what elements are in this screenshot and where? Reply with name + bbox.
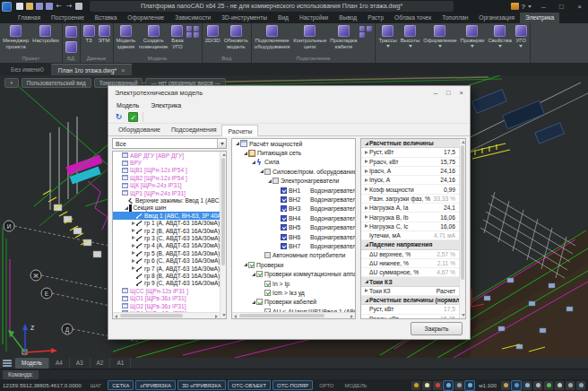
calc-tree-item[interactable]: Питающая сеть bbox=[232, 148, 355, 157]
expander-open-icon[interactable] bbox=[258, 168, 264, 175]
checkbox-blue-icon[interactable] bbox=[281, 196, 287, 203]
properties-button[interactable]: Свойства bbox=[486, 24, 513, 48]
building-model-button[interactable]: Модельздания bbox=[115, 24, 138, 50]
dialog-menu-item-0[interactable]: Модель bbox=[117, 102, 139, 109]
expander-closed-icon[interactable] bbox=[363, 149, 369, 156]
grips-icon[interactable] bbox=[411, 381, 420, 390]
calc-tree-item[interactable]: Icm > Iкз уд bbox=[232, 288, 355, 297]
result-section-header[interactable]: Падение напряжения bbox=[361, 240, 459, 249]
checkbox-blue-icon[interactable] bbox=[281, 187, 287, 194]
dialog-menu-item-1[interactable]: Электрика bbox=[151, 102, 181, 109]
print-icon[interactable] bbox=[75, 3, 82, 10]
checkbox-blue-icon[interactable] bbox=[281, 243, 287, 249]
expander-open-icon[interactable] bbox=[123, 204, 129, 212]
checkbox-blue-icon[interactable] bbox=[281, 215, 287, 222]
dialog-close-icon[interactable]: × bbox=[460, 87, 463, 100]
checkbox-gray-icon[interactable] bbox=[264, 252, 271, 258]
project-manager-button[interactable]: Менеджерпроекта bbox=[1, 24, 30, 50]
dialog-titlebar[interactable]: Электротехническая модель – □ × bbox=[108, 86, 470, 100]
equipment-tree-item[interactable]: гр 6 (С, АВДТ-63 16А/30мА) bbox=[113, 256, 220, 264]
chevron-down-icon[interactable] bbox=[217, 139, 226, 148]
save-icon[interactable] bbox=[36, 3, 43, 10]
equipment-tree-item[interactable]: гр 2 (В, АВДТ-63 16А/30мА) bbox=[113, 227, 220, 234]
expander-closed-icon[interactable] bbox=[130, 220, 136, 227]
open-icon[interactable] bbox=[26, 3, 33, 10]
cable-channel-icon[interactable] bbox=[367, 26, 372, 31]
close-dialog-button[interactable]: Закрыть bbox=[411, 322, 463, 335]
pan-icon[interactable] bbox=[501, 381, 510, 390]
ribbon-tab-13[interactable]: Электрика bbox=[520, 13, 559, 23]
equipment-tree-item[interactable]: Ввод 1 (АВС, ВН-63, 3Р 40А) bbox=[113, 212, 220, 219]
checkbox-gray-icon[interactable] bbox=[264, 169, 271, 175]
ribbon-tab-5[interactable]: 3D-инструменты bbox=[216, 13, 272, 23]
connect-equipment-button[interactable]: Подключениеоборудования bbox=[253, 24, 291, 50]
calc-tree-item[interactable]: ϟСила bbox=[232, 158, 355, 167]
cable-box-icon[interactable] bbox=[359, 32, 365, 38]
calc-tree-item[interactable]: Проверки коммутационных аппаратов bbox=[232, 269, 355, 278]
tz-document-button[interactable]: ТЗ bbox=[82, 24, 97, 45]
dialog-minimize-button[interactable]: – bbox=[434, 87, 437, 100]
equipment-tree-item[interactable]: Верхние зажимы: Ввод 1 (АВС, bbox=[113, 196, 220, 204]
result-section-header[interactable]: Расчетные величины bbox=[361, 139, 459, 148]
monitor-icon[interactable] bbox=[566, 381, 575, 390]
settings-button[interactable]: Настройки bbox=[30, 24, 60, 45]
ugo-button[interactable]: УГО bbox=[514, 24, 529, 48]
checkbox-blue-icon[interactable] bbox=[281, 205, 287, 212]
etm-document-button[interactable]: ЭТМ bbox=[97, 24, 112, 45]
orbit-icon[interactable] bbox=[533, 381, 542, 390]
ribbon-tab-6[interactable]: Вид bbox=[272, 13, 294, 23]
zoom-window-icon[interactable] bbox=[523, 381, 532, 390]
expander-closed-icon[interactable] bbox=[363, 204, 369, 212]
snap-marker-icon[interactable] bbox=[444, 381, 453, 390]
expander-open-icon[interactable] bbox=[250, 299, 256, 306]
update-model-button[interactable]: Обновитьмодель bbox=[222, 24, 250, 50]
selection-cycling-icon[interactable] bbox=[454, 381, 463, 390]
expander-closed-icon[interactable] bbox=[130, 249, 136, 256]
equipment-tree-item[interactable]: ЩР1 [ЩРн-24з IP31] bbox=[113, 189, 220, 196]
equipment-filter-select[interactable]: Все bbox=[112, 138, 227, 149]
checkbox-blue-icon[interactable] bbox=[281, 224, 287, 230]
sheets-icon[interactable] bbox=[555, 381, 564, 390]
equipment-tree-item[interactable]: гр 7 (А, АВДТ-63 16А/30мА) bbox=[113, 265, 220, 272]
create-room-button[interactable]: Создатьпомещение bbox=[137, 24, 169, 50]
undo-icon[interactable]: ← bbox=[56, 3, 63, 10]
calc-tree-item[interactable]: ВН7Водонагреватель bbox=[232, 241, 355, 250]
dialog-tab-0[interactable]: Оборудование bbox=[113, 124, 166, 135]
layout-tab-3[interactable]: А2 bbox=[91, 358, 111, 369]
room-icon[interactable] bbox=[186, 26, 192, 31]
ribbon-tab-11[interactable]: Топоплан bbox=[437, 13, 473, 23]
ribbon-tab-10[interactable]: Облака точек bbox=[389, 13, 437, 23]
status-toggle-2[interactable]: оПРИВЯЗКА bbox=[135, 380, 176, 390]
ribbon-tab-2[interactable]: Вставка bbox=[90, 13, 123, 23]
view-2d3d-button[interactable]: 2D/3D bbox=[203, 24, 222, 45]
equipment-tree-item[interactable]: гр 9 (С, АВДТ-63 16А/30мА) bbox=[113, 280, 220, 287]
refresh-model-icon[interactable]: ↻ bbox=[114, 112, 124, 122]
expander-open-icon[interactable] bbox=[242, 150, 248, 157]
viewbar-item-0[interactable]: Пользовательский вид bbox=[22, 78, 91, 88]
viewport-add-button[interactable]: + bbox=[4, 78, 19, 88]
ribbon-tab-4[interactable]: Зависимости bbox=[169, 13, 216, 23]
ribbon-tab-1[interactable]: Построение bbox=[46, 13, 90, 23]
cable-tray-icon[interactable] bbox=[359, 26, 365, 31]
annotation-button[interactable]: Оформление bbox=[421, 24, 458, 48]
equipment-tree-item[interactable]: гр 4 (А, АВДТ-63 16А/30мА) bbox=[113, 242, 220, 249]
navigation-icon[interactable] bbox=[544, 381, 553, 390]
equipment-tree-item[interactable]: гр 1 (А, АВДТ-63 16А/30мА) bbox=[113, 220, 220, 227]
dialog-tab-2[interactable]: Расчеты bbox=[221, 125, 258, 136]
status-toggle-0[interactable]: ШАГ bbox=[86, 380, 107, 390]
help-button[interactable]: ? bbox=[522, 3, 525, 11]
calc-tree-item[interactable]: Электронагреватели bbox=[232, 177, 355, 186]
heights-button[interactable]: Высоты bbox=[399, 24, 422, 48]
equipment-tree-item[interactable]: ЩВ2 [ЩРн-12з IP54 ] bbox=[113, 174, 220, 181]
run-checks-icon[interactable]: ✓ bbox=[128, 112, 138, 122]
record-icon[interactable] bbox=[433, 381, 442, 390]
expander-closed-icon[interactable] bbox=[130, 265, 136, 272]
expander-open-icon[interactable] bbox=[266, 178, 272, 185]
expander-closed-icon[interactable] bbox=[130, 257, 136, 265]
redo-icon[interactable]: → bbox=[65, 3, 73, 10]
ribbon-tab-12[interactable]: Организация bbox=[473, 13, 520, 23]
equipment-tree-item[interactable]: гр 8 (В, АВДТ-63 16А/30мА) bbox=[113, 272, 220, 279]
help-chevron-down-icon[interactable] bbox=[528, 5, 532, 8]
expander-closed-icon[interactable] bbox=[130, 242, 136, 249]
calc-tree-item[interactable]: Силовое/пром. оборудование bbox=[232, 167, 355, 176]
